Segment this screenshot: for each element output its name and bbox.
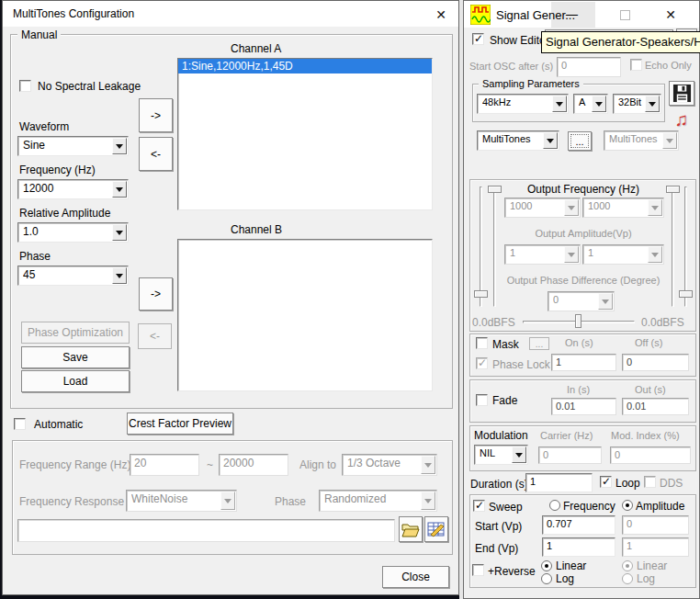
chevron-down-icon: [662, 132, 677, 149]
crest-factor-preview-button[interactable]: Crest Factor Preview: [127, 413, 233, 435]
slider-thumb[interactable]: [666, 186, 680, 193]
duration-field[interactable]: 1: [525, 473, 593, 492]
channel-select[interactable]: A: [573, 94, 608, 114]
triangle-icon: [547, 139, 554, 147]
chevron-down-icon[interactable]: [512, 446, 526, 463]
dds-label: DDS: [660, 477, 683, 490]
frequency-response-select: WhiteNoise: [126, 490, 237, 512]
range-tilde: ~: [207, 458, 213, 471]
modulation-value: NIL: [480, 447, 510, 458]
manual-group-label: Manual: [17, 28, 61, 41]
save-signal-button[interactable]: [669, 81, 694, 106]
triangle-icon: [116, 144, 123, 153]
log-radio[interactable]: [541, 573, 552, 584]
no-spectral-leakage-label: No Spectral Leakage: [38, 80, 141, 93]
reverse-checkbox[interactable]: [472, 564, 484, 576]
triangle-icon: [556, 102, 563, 110]
chevron-down-icon[interactable]: [645, 96, 660, 112]
no-spectral-leakage-checkbox[interactable]: [19, 80, 31, 92]
floppy-disk-icon: [672, 84, 692, 103]
sweep-checkbox[interactable]: [473, 500, 485, 512]
level-slider-left-outer[interactable]: [480, 186, 482, 307]
mask-on-label: On (s): [565, 337, 593, 348]
chevron-down-icon[interactable]: [112, 267, 127, 284]
triangle-icon: [116, 231, 123, 239]
linear-radio[interactable]: [541, 560, 552, 571]
amp-b-value: 1: [588, 247, 646, 258]
close-icon[interactable]: ✕: [660, 6, 681, 24]
add-to-channel-a-button[interactable]: ->: [139, 98, 173, 132]
channel-b-listbox[interactable]: [177, 239, 433, 391]
fade-checkbox[interactable]: [476, 394, 488, 406]
dbfs-right-label: 0.0dBFS: [641, 316, 684, 329]
channel-a-listbox[interactable]: 1:Sine,12000Hz,1,45D: [177, 58, 433, 210]
start-osc-field: 0: [557, 57, 621, 77]
remove-from-channel-a-button[interactable]: <-: [139, 137, 173, 171]
start-vp-b-field: 0: [622, 515, 689, 535]
automatic-checkbox[interactable]: [14, 418, 26, 430]
log-radio-label: Log: [556, 572, 574, 585]
relative-amplitude-select[interactable]: 1.0: [17, 222, 129, 243]
chevron-down-icon[interactable]: [112, 224, 127, 241]
log-b-radio-label: Log: [637, 572, 655, 585]
fade-label: Fade: [492, 394, 517, 407]
modulation-select[interactable]: NIL: [474, 445, 528, 465]
slider-thumb[interactable]: [474, 290, 488, 298]
frequency-response-label: Frequency Response: [19, 495, 124, 508]
triangle-icon: [515, 453, 523, 461]
triangle-icon: [568, 206, 575, 214]
bit-depth-value: 32Bit: [618, 96, 643, 107]
chevron-down-icon[interactable]: [552, 96, 567, 112]
chevron-down-icon[interactable]: [543, 132, 558, 149]
frequency-radio[interactable]: [549, 500, 560, 511]
triangle-icon: [568, 253, 575, 261]
signal-config-button[interactable]: ...: [568, 131, 592, 151]
bit-depth-select[interactable]: 32Bit: [613, 94, 661, 114]
show-editor-checkbox[interactable]: [472, 33, 484, 45]
chevron-down-icon[interactable]: [592, 96, 606, 112]
chevron-down-icon[interactable]: [112, 181, 127, 198]
channel-a-item[interactable]: 1:Sine,12000Hz,1,45D: [178, 59, 432, 73]
automatic-label: Automatic: [34, 418, 83, 431]
close-icon[interactable]: ✕: [431, 6, 451, 24]
slider-thumb[interactable]: [575, 314, 581, 328]
close-button[interactable]: Close: [382, 566, 449, 588]
waveform-label: Waveform: [19, 120, 69, 133]
sample-rate-select[interactable]: 48kHz: [477, 94, 569, 114]
file-path-field: [17, 519, 395, 542]
phase-optimization-button: Phase Optimization: [21, 322, 130, 344]
waveform-select[interactable]: Sine: [17, 136, 129, 156]
start-vp-field[interactable]: 0.707: [542, 515, 615, 535]
phase-select[interactable]: 45: [17, 266, 129, 286]
open-file-button[interactable]: [399, 516, 423, 542]
edit-table-button[interactable]: [424, 516, 448, 542]
slider-thumb[interactable]: [679, 290, 693, 298]
level-slider-left-inner[interactable]: [493, 186, 496, 307]
echo-only-label: Echo Only: [645, 60, 692, 71]
minimize-icon[interactable]: —: [566, 7, 578, 21]
triangle-icon: [116, 187, 123, 196]
frequency-label: Frequency (Hz): [19, 164, 96, 176]
chevron-down-icon: [648, 246, 662, 263]
frequency-range-label: Frequency Range (Hz): [19, 458, 130, 471]
load-button[interactable]: Load: [21, 370, 130, 392]
frequency-select[interactable]: 12000: [17, 179, 129, 199]
chevron-down-icon: [598, 293, 613, 310]
reverse-label: +Reverse: [488, 565, 536, 578]
slider-thumb[interactable]: [488, 186, 502, 193]
level-slider-right-inner[interactable]: [672, 186, 674, 307]
signal-type-select[interactable]: MultiTones: [477, 130, 559, 151]
mask-on-field: 1: [551, 354, 616, 371]
align-to-value: 1/3 Octave: [347, 457, 419, 469]
amp-a-select: 1: [504, 244, 581, 265]
loop-label: Loop: [615, 477, 640, 490]
chevron-down-icon[interactable]: [112, 138, 127, 154]
level-slider-right-outer[interactable]: [684, 186, 687, 307]
add-to-channel-b-button[interactable]: ->: [139, 277, 173, 311]
save-button[interactable]: Save: [21, 346, 130, 368]
loop-checkbox[interactable]: [600, 476, 612, 488]
amplitude-radio[interactable]: [622, 500, 633, 511]
end-vp-field[interactable]: 1: [542, 537, 615, 557]
triangle-icon: [651, 253, 659, 261]
mask-checkbox[interactable]: [476, 337, 488, 349]
